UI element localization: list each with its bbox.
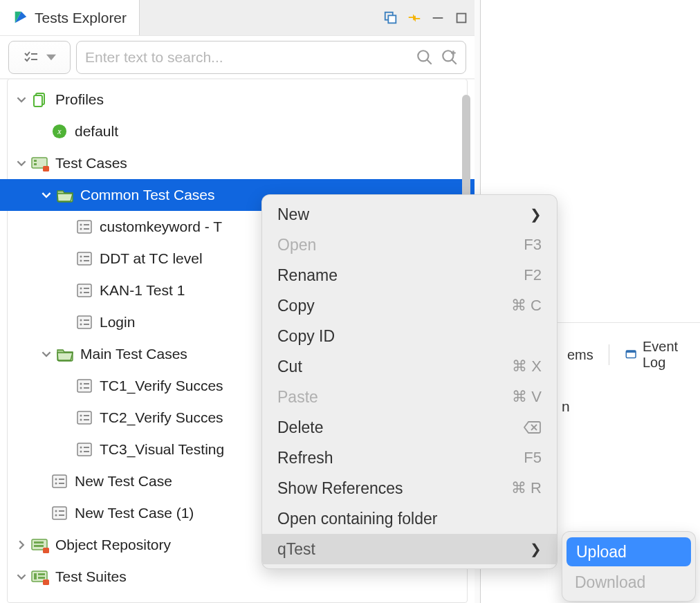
menu-item-copy[interactable]: Copy ⌘ C <box>262 290 557 321</box>
svg-point-51 <box>80 419 82 421</box>
checklist-icon <box>23 49 39 66</box>
test-case-icon <box>75 409 94 426</box>
panel-tab-bar: Tests Explorer <box>0 0 475 36</box>
tree-label: Profiles <box>55 91 104 108</box>
menu-item-paste: Paste ⌘ V <box>262 382 557 412</box>
tab-label: ems <box>567 347 593 363</box>
minimize-icon[interactable] <box>430 10 445 26</box>
panel-toolbar-icons <box>383 0 469 35</box>
tree-item-test-cases[interactable]: Test Cases <box>0 147 475 179</box>
submenu-item-upload[interactable]: Upload <box>567 537 691 566</box>
chevron-down-icon[interactable] <box>12 572 30 582</box>
chevron-down-icon[interactable] <box>37 349 55 359</box>
svg-rect-25 <box>84 224 89 225</box>
test-case-icon <box>50 473 69 490</box>
tab-event-log[interactable]: Event Log <box>619 339 700 371</box>
tree-label: customkeyword - T <box>100 219 222 235</box>
svg-point-41 <box>80 324 82 326</box>
svg-rect-22 <box>43 166 49 171</box>
menu-label: Rename <box>277 266 338 285</box>
svg-point-59 <box>55 479 57 481</box>
chevron-down-icon[interactable] <box>12 158 30 168</box>
tree-label: Common Test Cases <box>80 187 215 203</box>
tree-label: Test Cases <box>55 155 127 171</box>
menu-item-new[interactable]: New ❯ <box>262 199 557 230</box>
svg-point-54 <box>80 447 82 449</box>
svg-rect-45 <box>84 383 89 384</box>
profile-variable-icon: x <box>50 123 69 140</box>
tree-label: TC1_Verify Succes <box>100 378 223 394</box>
svg-rect-42 <box>84 324 89 325</box>
qtest-submenu: Upload Download <box>562 531 696 602</box>
svg-rect-62 <box>59 483 64 484</box>
menu-item-open-folder[interactable]: Open containing folder <box>262 503 557 534</box>
svg-rect-78 <box>626 351 636 353</box>
chevron-down-icon[interactable] <box>12 95 30 104</box>
menu-label: Open containing folder <box>277 510 437 528</box>
tree-item-default-profile[interactable]: x default <box>0 115 475 147</box>
menu-item-cut[interactable]: Cut ⌘ X <box>262 351 557 382</box>
menu-item-delete[interactable]: Delete <box>262 412 557 443</box>
tab-ems-partial[interactable]: ems <box>562 347 599 363</box>
panel-title: Tests Explorer <box>35 10 127 26</box>
svg-point-56 <box>80 451 82 453</box>
tree-label: Object Repository <box>55 537 171 553</box>
menu-shortcut: ⌘ V <box>512 388 542 406</box>
svg-point-31 <box>80 260 82 262</box>
sync-arrows-icon[interactable] <box>407 10 422 26</box>
menu-item-copy-id[interactable]: Copy ID <box>262 321 557 351</box>
search-plus-icon[interactable] <box>441 48 459 66</box>
menu-label: qTest <box>277 540 315 559</box>
test-case-icon <box>75 250 94 267</box>
search-input[interactable] <box>84 48 410 66</box>
menu-shortcut: F3 <box>524 236 542 254</box>
svg-rect-5 <box>457 13 466 22</box>
menu-item-refresh[interactable]: Refresh F5 <box>262 443 557 473</box>
search-toolbar <box>0 36 475 79</box>
menu-label: Upload <box>576 543 627 562</box>
tree-label: DDT at TC level <box>100 250 203 267</box>
link-editor-icon[interactable] <box>383 10 398 26</box>
test-case-icon <box>50 505 69 521</box>
chevron-down-icon[interactable] <box>37 190 55 200</box>
svg-rect-30 <box>84 256 89 257</box>
svg-rect-43 <box>77 380 91 392</box>
menu-item-show-references[interactable]: Show References ⌘ R <box>262 473 557 503</box>
svg-rect-4 <box>433 17 443 19</box>
svg-line-12 <box>452 59 457 64</box>
svg-rect-28 <box>77 252 91 265</box>
menu-item-qtest[interactable]: qTest ❯ <box>262 534 557 564</box>
svg-rect-69 <box>34 541 44 544</box>
tab-divider <box>609 344 609 365</box>
svg-point-44 <box>80 383 82 385</box>
menu-shortcut: F2 <box>524 266 542 284</box>
svg-rect-35 <box>84 288 89 289</box>
svg-rect-38 <box>77 316 91 328</box>
svg-rect-27 <box>84 228 89 230</box>
tree-item-profiles[interactable]: Profiles <box>0 84 475 115</box>
menu-label: Copy <box>277 297 315 315</box>
filter-dropdown-button[interactable] <box>8 41 71 74</box>
svg-rect-21 <box>34 163 37 165</box>
test-case-icon <box>75 314 94 331</box>
svg-rect-67 <box>59 514 64 516</box>
search-icon[interactable] <box>416 48 434 66</box>
svg-rect-70 <box>34 545 44 547</box>
svg-point-24 <box>80 224 82 226</box>
svg-text:x: x <box>57 127 62 136</box>
svg-point-66 <box>55 514 57 517</box>
tree-label: New Test Case (1) <box>75 505 194 521</box>
chevron-right-icon[interactable] <box>12 540 30 550</box>
text-fragment-n: n <box>562 398 570 415</box>
svg-rect-47 <box>84 387 89 389</box>
test-case-icon <box>75 282 94 299</box>
tests-explorer-tab[interactable]: Tests Explorer <box>0 0 140 35</box>
svg-rect-3 <box>388 15 396 23</box>
maximize-icon[interactable] <box>454 10 469 26</box>
menu-item-open: Open F3 <box>262 230 557 260</box>
menu-label: Download <box>575 573 645 592</box>
submenu-item-download: Download <box>562 568 695 597</box>
menu-item-rename[interactable]: Rename F2 <box>262 260 557 290</box>
svg-rect-60 <box>59 479 64 480</box>
svg-rect-71 <box>43 548 49 553</box>
